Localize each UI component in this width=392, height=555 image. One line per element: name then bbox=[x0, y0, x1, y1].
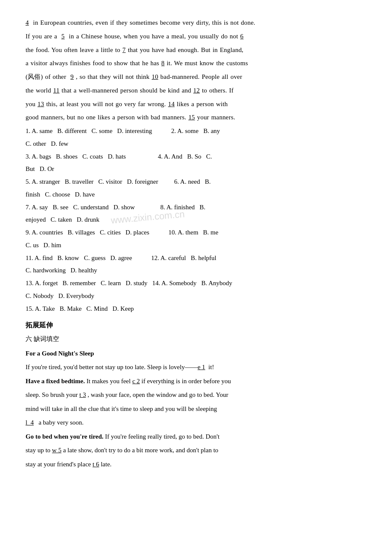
blank-10: 10 bbox=[152, 73, 158, 80]
options-9b: C. us D. him bbox=[26, 240, 366, 251]
options-7: 7. A. say B. see C. understand D. show 8… bbox=[26, 202, 366, 214]
paragraph-5: (风俗) of other 9 , so that they will not … bbox=[26, 71, 366, 83]
paragraph-7: you 13 this, at least you will not go ve… bbox=[26, 98, 366, 110]
main-content: www.zixin.com.cn 4 in European countries… bbox=[26, 17, 366, 470]
subsection-header: 六 缺词填空 bbox=[26, 333, 366, 345]
paragraph-1: 4 in European countries, even if they so… bbox=[26, 17, 366, 29]
blank-15: 15 bbox=[188, 114, 195, 121]
options-15: 15. A. Take B. Make C. Mind D. Keep bbox=[26, 303, 366, 315]
blank-11: 11 bbox=[53, 87, 60, 94]
blank-7: 7 bbox=[122, 46, 126, 53]
options-13: 13. A. forget B. remember C. learn D. st… bbox=[26, 278, 366, 289]
blank-9: 9 bbox=[70, 73, 74, 80]
body-para-7: stay up to w 5 a late show, don't try to… bbox=[26, 444, 366, 457]
options-1b: C. other D. few bbox=[26, 138, 366, 150]
body-para-2: Have a fixed bedtime. It makes you feel … bbox=[26, 375, 366, 387]
options-5b: finish C. choose D. have bbox=[26, 189, 366, 201]
paragraph-4: a visitor always finishes food to show t… bbox=[26, 58, 366, 69]
blank-4: 4 bbox=[26, 19, 29, 26]
blank-6: 6 bbox=[240, 33, 244, 40]
paragraph-6: the world 11 that a well-mannered person… bbox=[26, 85, 366, 97]
options-11: 11. A. find B. know C. guess D. agree 12… bbox=[26, 252, 366, 264]
paragraph-2: If you are a 5 in a Chinese house, when … bbox=[26, 31, 366, 43]
blank-l4: l 4 bbox=[26, 419, 34, 426]
body-para-8: stay at your friend's place t 6 late. bbox=[26, 458, 366, 471]
blank-c2: c 2 bbox=[132, 378, 140, 384]
have-fixed-bedtime: Have a fixed bedtime. bbox=[26, 378, 85, 384]
options-3b: But D. Or bbox=[26, 163, 366, 175]
blank-12: 12 bbox=[193, 87, 200, 94]
options-7b: enjoyed C. taken D. drunk bbox=[26, 214, 366, 226]
blank-w5: w 5 bbox=[52, 447, 61, 454]
blank-13: 13 bbox=[37, 101, 44, 107]
go-to-bed-tired: Go to bed when you're tired. bbox=[26, 433, 104, 440]
blank-14: 14 bbox=[168, 101, 174, 107]
good-night-title: For a Good Night's Sleep bbox=[26, 348, 366, 360]
body-para-6: Go to bed when you're tired. If you're f… bbox=[26, 431, 366, 443]
body-para-1: If you're tired, you'd better not stay u… bbox=[26, 361, 366, 373]
body-para-4: mind will take in all the clue that it's… bbox=[26, 403, 366, 415]
blank-t6: t 6 bbox=[92, 461, 99, 468]
options-5: 5. A. stranger B. traveller C. visitor D… bbox=[26, 176, 366, 188]
options-11b: C. hardworking D. healthy bbox=[26, 265, 366, 277]
blank-e1: e 1 bbox=[198, 364, 205, 370]
options-1: 1. A. same B. different C. some D. inter… bbox=[26, 125, 366, 137]
healthy-word: healthy bbox=[78, 267, 97, 274]
body-para-5: l 4 a baby very soon. bbox=[26, 416, 366, 429]
body-para-3: sleep. So brush your t 3 , wash your fac… bbox=[26, 389, 366, 401]
options-3: 3. A. bags B. shoes C. coats D. hats 4. … bbox=[26, 151, 366, 163]
paragraph-8: good manners, but no one likes a person … bbox=[26, 112, 366, 124]
blank-t3: t 3 bbox=[79, 391, 86, 398]
section-header: 拓展延伸 bbox=[26, 319, 366, 332]
blank-5: 5 bbox=[61, 33, 65, 40]
options-9: 9. A. countries B. villages C. cities D.… bbox=[26, 227, 366, 239]
options-13b: C. Nobody D. Everybody bbox=[26, 290, 366, 302]
blank-8: 8 bbox=[161, 60, 165, 66]
paragraph-3: the food. You often leave a little to 7 … bbox=[26, 44, 366, 56]
